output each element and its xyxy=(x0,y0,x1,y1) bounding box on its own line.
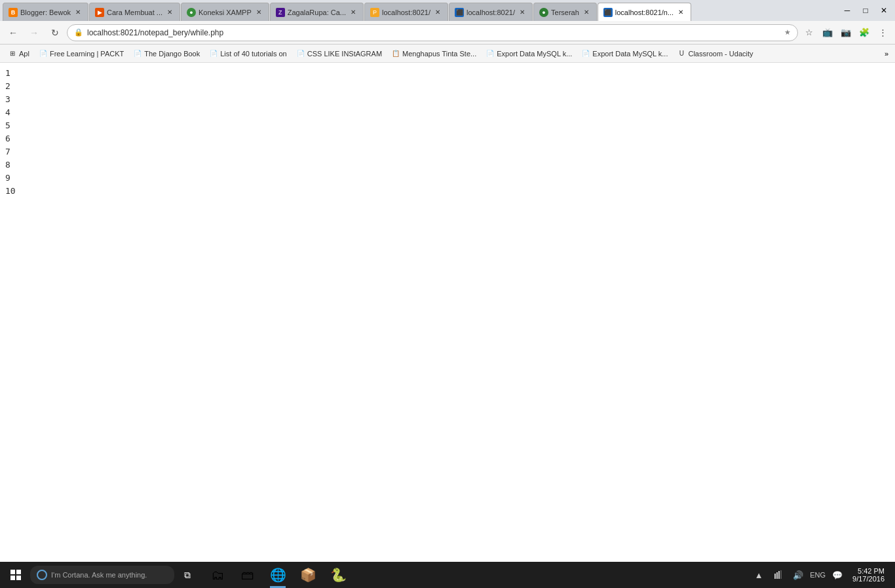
menu-button[interactable]: ⋮ xyxy=(874,24,891,41)
screenshot-button[interactable]: 📷 xyxy=(837,24,854,41)
taskbar-apps: 🗂🗃🌐📦🐍 xyxy=(203,562,352,588)
task-view-button[interactable]: ⧉ xyxy=(176,562,199,588)
bookmark-bk2[interactable]: 📄Free Learning | PACKT xyxy=(35,48,128,60)
clock-time: 5:42 PM xyxy=(858,567,885,575)
action-center-icon[interactable]: 💬 xyxy=(829,562,846,588)
tab-favicon: ⬛ xyxy=(455,8,464,17)
bookmark-label: CSS LIKE INStAGRAM xyxy=(307,50,382,58)
package-app[interactable]: 📦 xyxy=(294,562,322,588)
tab-label: Koneksi XAMPP xyxy=(199,9,252,16)
bookmark-icon: 📄 xyxy=(486,49,495,58)
line-number: 6 xyxy=(5,132,890,145)
tab-favicon: P xyxy=(370,8,379,17)
browser-tab-tab8[interactable]: ⬛ localhost:8021/n... ✕ xyxy=(598,3,691,21)
svg-rect-5 xyxy=(776,572,778,579)
browser-tab-tab4[interactable]: Z ZagalaRupa: Ca... ✕ xyxy=(270,3,364,21)
bookmark-bk5[interactable]: 📄CSS LIKE INStAGRAM xyxy=(292,48,386,60)
tab-close-button[interactable]: ✕ xyxy=(518,8,527,17)
python-app[interactable]: 🐍 xyxy=(324,562,352,588)
forward-button[interactable]: → xyxy=(25,24,43,42)
line-number: 5 xyxy=(5,119,890,132)
taskbar: I'm Cortana. Ask me anything. ⧉ 🗂🗃🌐📦🐍 ▲ … xyxy=(0,562,895,588)
line-number: 4 xyxy=(5,106,890,119)
cortana-text: I'm Cortana. Ask me anything. xyxy=(51,571,147,579)
folder-app[interactable]: 🗃 xyxy=(233,562,262,588)
back-button[interactable]: ← xyxy=(4,24,22,42)
bookmark-bk7[interactable]: 📄Export Data MySQL k... xyxy=(482,48,576,60)
bookmark-star-button[interactable]: ☆ xyxy=(801,24,818,41)
reload-button[interactable]: ↻ xyxy=(46,24,64,42)
bookmark-icon: 📋 xyxy=(391,49,400,58)
bookmark-label: Apl xyxy=(19,50,29,58)
notifications-icon[interactable]: ▲ xyxy=(750,562,767,588)
bookmark-bk1[interactable]: ⊞Apl xyxy=(4,48,33,60)
tab-label: localhost:8021/n... xyxy=(615,9,674,16)
bookmark-icon: 📄 xyxy=(581,49,590,58)
tab-close-button[interactable]: ✕ xyxy=(676,8,685,17)
tab-close-button[interactable]: ✕ xyxy=(349,8,358,17)
tab-close-button[interactable]: ✕ xyxy=(73,8,83,17)
bookmark-bk9[interactable]: UClassroom - Udacity xyxy=(673,48,757,60)
bookmark-bk3[interactable]: 📄The Django Book xyxy=(129,48,204,60)
browser-tab-tab7[interactable]: ● Terserah ✕ xyxy=(533,3,597,21)
svg-rect-2 xyxy=(10,576,15,580)
svg-rect-3 xyxy=(16,576,21,580)
tab-label: Cara Membuat ... xyxy=(107,9,162,16)
tab-favicon: ● xyxy=(539,8,548,17)
minimize-button[interactable]: ─ xyxy=(839,2,856,19)
bookmarks-more-button[interactable]: » xyxy=(882,48,891,59)
address-bar[interactable]: 🔒 localhost:8021/notepad_bery/while.php … xyxy=(67,24,798,41)
clock[interactable]: 5:42 PM 9/17/2016 xyxy=(848,567,888,583)
language-icon[interactable]: ENG xyxy=(809,562,826,588)
nav-icons: ☆ 📺 📷 🧩 ⋮ xyxy=(801,24,891,41)
browser-tab-tab3[interactable]: ● Koneksi XAMPP ✕ xyxy=(181,3,269,21)
navigation-bar: ← → ↻ 🔒 localhost:8021/notepad_bery/whil… xyxy=(0,21,895,45)
browser-tab-tab6[interactable]: ⬛ localhost:8021/ ✕ xyxy=(449,3,533,21)
page-content: 12345678910 xyxy=(0,63,895,562)
bookmark-label: Free Learning | PACKT xyxy=(50,50,124,58)
bookmark-label: Export Data MySQL k... xyxy=(497,50,572,58)
svg-rect-1 xyxy=(16,570,21,574)
bookmark-bk6[interactable]: 📋Menghapus Tinta Ste... xyxy=(387,48,480,60)
file-explorer-app[interactable]: 🗂 xyxy=(203,562,232,588)
browser-tab-tab2[interactable]: ▶ Cara Membuat ... ✕ xyxy=(89,3,180,21)
bookmark-label: Export Data MySQL k... xyxy=(592,50,668,58)
tab-close-button[interactable]: ✕ xyxy=(254,8,263,17)
line-number: 8 xyxy=(5,158,890,172)
chrome-app[interactable]: 🌐 xyxy=(263,562,292,588)
volume-icon[interactable]: 🔊 xyxy=(790,562,807,588)
maximize-button[interactable]: □ xyxy=(857,2,874,19)
bookmark-label: The Django Book xyxy=(144,50,200,58)
network-icon[interactable] xyxy=(770,562,787,588)
tab-favicon: Z xyxy=(276,8,285,17)
start-button[interactable] xyxy=(3,562,29,588)
bookmark-bk8[interactable]: 📄Export Data MySQL k... xyxy=(577,48,672,60)
line-number: 1 xyxy=(5,67,890,80)
tab-close-button[interactable]: ✕ xyxy=(165,8,174,17)
line-number: 7 xyxy=(5,145,890,158)
tab-label: Terserah xyxy=(551,9,579,16)
tab-label: ZagalaRupa: Ca... xyxy=(288,9,346,16)
tab-label: Blogger: Bewok xyxy=(20,9,71,16)
cortana-search[interactable]: I'm Cortana. Ask me anything. xyxy=(30,566,174,584)
browser-tab-tab1[interactable]: B Blogger: Bewok ✕ xyxy=(3,3,88,21)
tab-favicon: B xyxy=(9,8,18,17)
bookmark-bk4[interactable]: 📄List of 40 tutorials on xyxy=(205,48,291,60)
tab-strip: B Blogger: Bewok ✕ ▶ Cara Membuat ... ✕ … xyxy=(3,0,836,21)
svg-rect-6 xyxy=(778,571,780,579)
bookmark-icon: 📄 xyxy=(209,49,218,58)
svg-rect-4 xyxy=(774,574,776,579)
tab-close-button[interactable]: ✕ xyxy=(433,8,442,17)
bookmark-icon: ⊞ xyxy=(8,49,17,58)
close-button[interactable]: ✕ xyxy=(875,2,892,19)
url-text: localhost:8021/notepad_bery/while.php xyxy=(87,28,780,37)
browser-tab-tab5[interactable]: P localhost:8021/ ✕ xyxy=(364,3,448,21)
taskbar-right: ▲ 🔊 ENG 💬 5:42 PM 9/17/2016 xyxy=(750,562,892,588)
tab-close-button[interactable]: ✕ xyxy=(582,8,591,17)
bookmark-icon: U xyxy=(677,49,686,58)
line-number: 10 xyxy=(5,185,890,198)
tab-label: localhost:8021/ xyxy=(467,9,515,16)
extensions-button[interactable]: 🧩 xyxy=(856,24,873,41)
cortana-icon xyxy=(37,570,47,580)
cast-button[interactable]: 📺 xyxy=(819,24,836,41)
